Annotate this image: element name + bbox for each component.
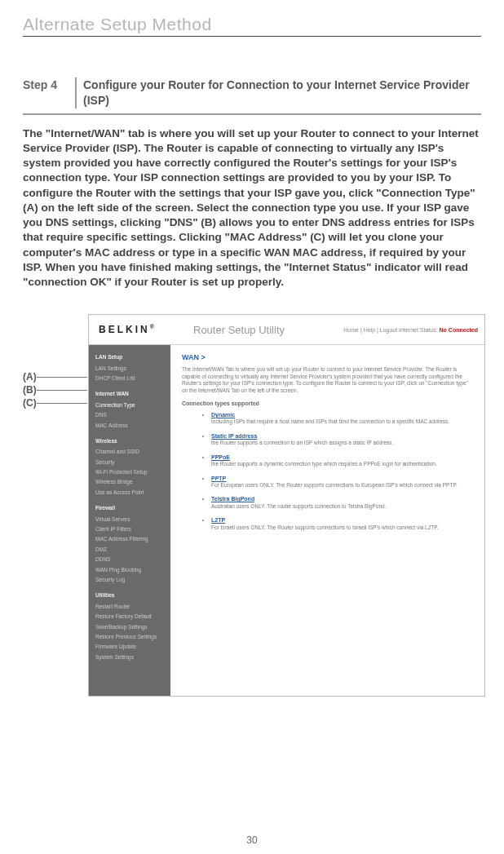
callout-c-label: (C)	[23, 397, 37, 409]
sidebar-item[interactable]: Security Log	[95, 575, 164, 585]
sidebar-item[interactable]: Use as Access Point	[95, 488, 164, 498]
ctype-link[interactable]: L2TP	[211, 517, 225, 523]
sidebar-item[interactable]: Firmware Update	[95, 642, 164, 652]
header-links: Home | Help | Logout Internet Status: No…	[343, 327, 484, 333]
sidebar-item[interactable]: Client IP Filters	[95, 524, 164, 534]
sidebar-group-wireless: Wireless	[95, 437, 164, 445]
sidebar-item[interactable]: Restore Previous Settings	[95, 632, 164, 642]
sidebar-item[interactable]: DHCP Client List	[95, 374, 164, 383]
list-item: PPTPFor European users ONLY. The Router …	[211, 475, 473, 489]
callout-b: (B)	[23, 384, 87, 396]
step-block: Step 4 Configure your Router for Connect…	[23, 77, 481, 115]
ctype-link[interactable]: Dynamic	[211, 412, 235, 418]
body-text: The "Internet/WAN" tab is where you will…	[23, 126, 481, 290]
sidebar-group-wan: Internet WAN	[95, 390, 164, 398]
callout-line	[37, 390, 87, 391]
sidebar-item[interactable]: Wireless Bridge	[95, 477, 164, 487]
logo: BELKIN®	[89, 324, 179, 335]
step-label: Step 4	[23, 77, 69, 91]
section-title: Alternate Setup Method	[23, 15, 481, 34]
sidebar-item[interactable]: Channel and SSID	[95, 447, 164, 457]
callout-a: (A)	[23, 371, 87, 383]
connection-types-list: DynamicIncluding ISPs that require a hos…	[182, 411, 473, 531]
screenshot: BELKIN® Router Setup Utility Home | Help…	[88, 314, 485, 697]
sidebar-item[interactable]: MAC Address Filtering	[95, 534, 164, 544]
list-item: Static IP addressthe Router supports a c…	[211, 432, 473, 447]
sidebar-item[interactable]: Save/Backup Settings	[95, 622, 164, 632]
callout-line	[37, 377, 87, 378]
app-title: Router Setup Utility	[179, 324, 343, 336]
step-divider	[75, 77, 77, 108]
ctype-link[interactable]: PPTP	[211, 476, 226, 481]
sidebar-group-utilities: Utilities	[95, 591, 164, 600]
sidebar-item[interactable]: DMZ	[95, 545, 164, 555]
content-pane: WAN > The Internet/WAN Tab is where you …	[170, 345, 484, 696]
page-number: 30	[0, 834, 504, 846]
callout-c: (C)	[23, 397, 87, 409]
sidebar-item[interactable]: Wi-Fi Protected Setup	[95, 467, 164, 477]
content-subhead: Connection types supported	[182, 400, 473, 406]
sidebar: LAN Setup LAN Settings DHCP Client List …	[89, 345, 170, 696]
sidebar-item[interactable]: Restore Factory Default	[95, 612, 164, 622]
sidebar-item[interactable]: Security	[95, 458, 164, 467]
rule	[23, 36, 481, 37]
content-heading: WAN >	[182, 353, 473, 361]
status-badge: No Connected	[440, 327, 478, 333]
list-item: L2TPFor Israeli users ONLY. The Router s…	[211, 516, 473, 531]
sidebar-item[interactable]: System Settings	[95, 653, 164, 662]
sidebar-group-lan: LAN Setup	[95, 353, 164, 361]
sidebar-item[interactable]: LAN Settings	[95, 364, 164, 374]
step-heading: Configure your Router for Connection to …	[83, 77, 481, 108]
figure-wrap: (A) (B) (C) BELKIN® Router Setup Utility…	[23, 314, 481, 697]
callout-b-label: (B)	[23, 384, 37, 396]
sidebar-item[interactable]: DDNS	[95, 555, 164, 564]
list-item: PPPoEthe Router supports a dynamic conne…	[211, 454, 473, 468]
sidebar-item-dns[interactable]: DNS	[95, 410, 164, 420]
ctype-link[interactable]: Static IP address	[211, 433, 257, 439]
sidebar-group-firewall: Firewall	[95, 504, 164, 512]
list-item: Telstra BigPondAustralian users ONLY. Th…	[211, 495, 473, 510]
sidebar-item[interactable]: Restart Router	[95, 602, 164, 612]
screenshot-header: BELKIN® Router Setup Utility Home | Help…	[89, 315, 484, 345]
content-intro: The Internet/WAN Tab is where you will s…	[182, 366, 473, 394]
sidebar-item-connection-type[interactable]: Connection Type	[95, 400, 164, 410]
sidebar-item-mac-address[interactable]: MAC Address	[95, 421, 164, 431]
list-item: DynamicIncluding ISPs that require a hos…	[211, 411, 473, 426]
callout-a-label: (A)	[23, 371, 37, 383]
sidebar-item[interactable]: WAN Ping Blocking	[95, 565, 164, 575]
callout-line	[37, 403, 87, 404]
ctype-link[interactable]: Telstra BigPond	[211, 496, 254, 502]
sidebar-item[interactable]: Virtual Servers	[95, 515, 164, 524]
ctype-link[interactable]: PPPoE	[211, 454, 230, 460]
